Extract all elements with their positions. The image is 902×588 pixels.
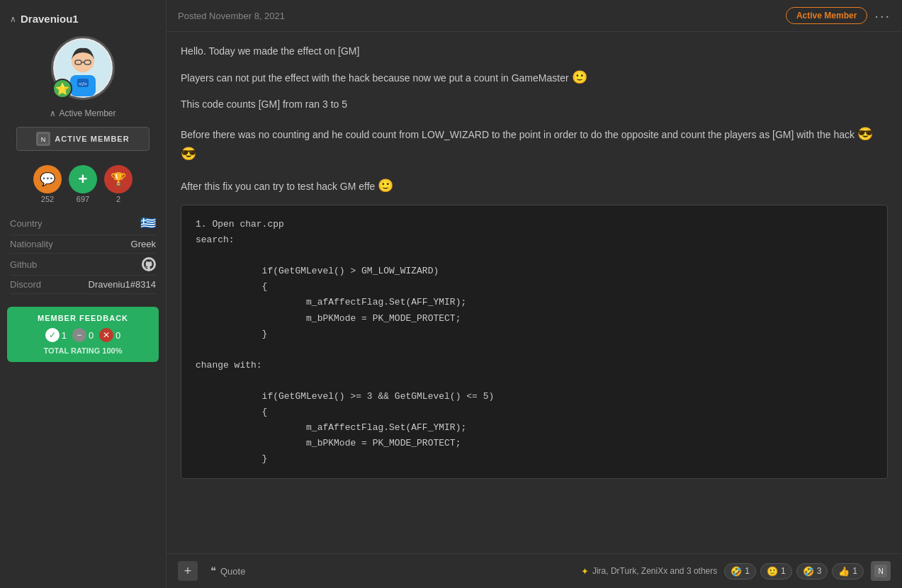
github-label: Github: [10, 259, 37, 270]
svg-text:N: N: [878, 567, 883, 575]
positive-count: 1: [62, 330, 67, 341]
feedback-positive: ✓ 1: [45, 328, 67, 342]
feedback-neutral: − 0: [72, 328, 94, 342]
reaction-count-2: 1: [781, 566, 786, 576]
nationality-value: Greek: [131, 239, 156, 249]
neutral-count: 0: [89, 330, 94, 341]
active-member-tag: Active Member: [786, 7, 867, 24]
member-label: ∧ Active Member: [50, 108, 115, 118]
plus-reaction-circle: +: [69, 165, 97, 193]
reaction-pill-2[interactable]: 🙂 1: [760, 563, 792, 579]
reaction-count-3: 3: [817, 566, 822, 576]
reactor-names: Jira, DrTurk, ZeniXx and 3 others: [592, 566, 717, 576]
nationality-label: Nationality: [10, 239, 53, 249]
badge-icon: N: [36, 132, 50, 146]
feedback-rating: TOTAL RATING 100%: [17, 346, 149, 355]
avatar-container: </> ⭐: [51, 36, 115, 100]
footer-right: ✦ Jira, DrTurk, ZeniXx and 3 others 🤣 1 …: [581, 561, 891, 581]
discord-label: Discord: [10, 279, 41, 290]
reaction-pill-1[interactable]: 🤣 1: [724, 563, 756, 579]
reaction-pills: 🤣 1 🙂 1 🤣 3 👍 1: [724, 563, 864, 579]
flag-icon: 🇬🇷: [140, 215, 156, 231]
footer-left: + ❝ Quote: [178, 561, 251, 581]
paragraph-1: Hello. Today we made the effect on [GM]: [181, 43, 888, 59]
positive-icon: ✓: [45, 328, 60, 342]
paragraph-5: After this fix you can try to test hack …: [181, 176, 888, 196]
reaction-emoji-4: 👍: [838, 566, 850, 577]
plus-reaction[interactable]: + 697: [69, 165, 97, 203]
feedback-negative: ✕ 0: [99, 328, 120, 342]
svg-text:</>: </>: [79, 81, 87, 87]
main-content: Posted November 8, 2021 Active Member ··…: [167, 0, 902, 588]
feedback-title: MEMBER FEEDBACK: [17, 314, 149, 322]
reactor-info: ✦ Jira, DrTurk, ZeniXx and 3 others: [581, 566, 717, 577]
paragraph-4: Before there was no counting and he coul…: [181, 124, 888, 165]
paragraph-4-text: Before there was no counting and he coul…: [181, 129, 857, 140]
svg-text:N: N: [41, 136, 46, 143]
reaction-emoji-2: 🙂: [767, 566, 778, 577]
paragraph-5-text: After this fix you can try to test hack …: [181, 181, 378, 192]
add-icon: +: [184, 564, 192, 579]
quote-button[interactable]: ❝ Quote: [205, 562, 251, 580]
chat-count: 252: [41, 195, 54, 203]
post-footer: + ❝ Quote ✦ Jira, DrTurk, ZeniXx and 3 o…: [167, 553, 902, 588]
member-caret-icon: ∧: [50, 108, 56, 118]
reaction-count-4: 1: [852, 566, 857, 576]
sidebar: ∧ Draveniou1 </>: [0, 0, 167, 588]
plus-icon: +: [79, 170, 88, 188]
username-row: ∧ Draveniou1: [0, 7, 166, 30]
footer-badge-icon: N: [871, 561, 891, 581]
emoji-smile-2: 🙂: [378, 179, 393, 193]
country-label: Country: [10, 218, 43, 229]
reaction-count-1: 1: [745, 566, 750, 576]
post-header: Posted November 8, 2021 Active Member ··…: [167, 0, 902, 32]
reaction-pill-4[interactable]: 👍 1: [832, 563, 864, 579]
trophy-count: 2: [116, 195, 120, 203]
feedback-counts: ✓ 1 − 0 ✕ 0: [17, 328, 149, 342]
paragraph-2-text: Players can not put the effect with the …: [181, 72, 572, 84]
caret-icon: ∧: [10, 14, 16, 24]
trophy-reaction-circle: 🏆: [104, 165, 133, 193]
add-button[interactable]: +: [178, 561, 198, 581]
post-date: Posted November 8, 2021: [178, 11, 285, 21]
github-icon: [142, 257, 156, 271]
chat-icon: 💬: [40, 171, 55, 187]
post-body: Hello. Today we made the effect on [GM] …: [167, 32, 902, 553]
meta-nationality: Nationality Greek: [10, 235, 156, 254]
quote-icon: ❝: [210, 565, 216, 577]
feedback-box: MEMBER FEEDBACK ✓ 1 − 0 ✕ 0 TOTAL RATING…: [7, 307, 159, 362]
reactions-row: 💬 252 + 697 🏆 2: [33, 165, 133, 203]
trophy-icon: 🏆: [111, 171, 126, 187]
chat-reaction[interactable]: 💬 252: [33, 165, 62, 203]
paragraph-2: Players can not put the effect with the …: [181, 67, 888, 88]
reaction-emoji-3: 🤣: [803, 566, 814, 577]
emoji-smile-1: 🙂: [572, 70, 587, 84]
member-label-text: Active Member: [59, 108, 115, 118]
github-value: [142, 257, 156, 271]
reactor-star-icon: ✦: [581, 566, 589, 577]
username[interactable]: Draveniou1: [21, 13, 79, 25]
negative-count: 0: [115, 330, 120, 341]
more-options-button[interactable]: ···: [874, 8, 891, 24]
discord-value: Draveniu1#8314: [89, 279, 156, 290]
meta-table: Country 🇬🇷 Nationality Greek Github Disc…: [0, 209, 166, 297]
negative-icon: ✕: [99, 328, 113, 342]
reaction-pill-3[interactable]: 🤣 3: [796, 563, 828, 579]
neutral-icon: −: [72, 328, 86, 342]
plus-count: 697: [77, 195, 89, 203]
paragraph-3: This code counts [GM] from ran 3 to 5: [181, 96, 888, 112]
meta-country: Country 🇬🇷: [10, 212, 156, 235]
meta-discord: Discord Draveniu1#8314: [10, 276, 156, 294]
reaction-emoji-1: 🤣: [731, 566, 742, 577]
chat-reaction-circle: 💬: [33, 165, 62, 193]
meta-github[interactable]: Github: [10, 254, 156, 276]
badge-text: ACTIVE MEMBER: [55, 135, 129, 143]
country-value: 🇬🇷: [140, 215, 156, 231]
member-badge-button[interactable]: N ACTIVE MEMBER: [16, 127, 149, 151]
code-block: 1. Open char.cpp search: if(GetGMLevel()…: [181, 205, 888, 480]
star-badge: ⭐: [52, 79, 72, 98]
trophy-reaction[interactable]: 🏆 2: [104, 165, 133, 203]
header-right: Active Member ···: [786, 7, 891, 24]
quote-label: Quote: [220, 566, 245, 577]
